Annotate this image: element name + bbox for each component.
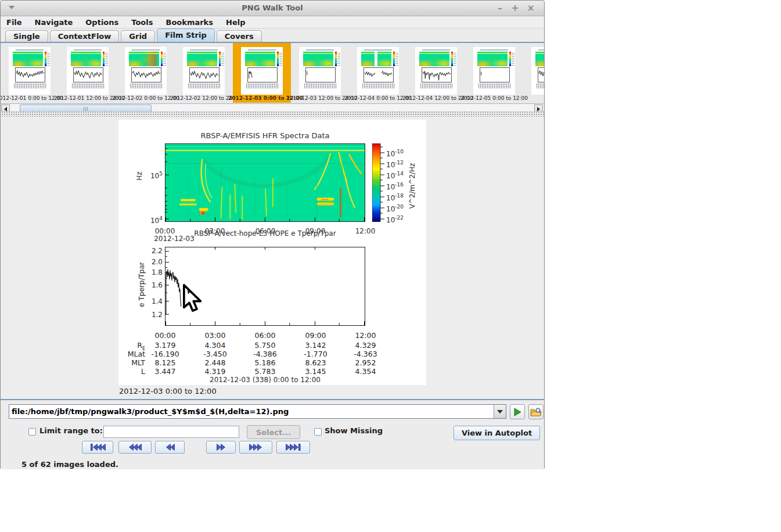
maximize-button[interactable]: +	[509, 2, 521, 14]
thumb-plot-title	[422, 49, 450, 51]
image-footer: 2012-12-03 (338) 0:00 to 12:00	[165, 376, 365, 384]
lineplot-trace	[166, 269, 181, 314]
skip-first-icon	[89, 444, 106, 451]
browse-button[interactable]	[528, 404, 544, 419]
chevron-down-icon	[497, 410, 503, 414]
previous-image-button[interactable]	[155, 441, 185, 454]
thumb-axis-labels	[188, 83, 221, 88]
thumb-lineplot	[363, 67, 394, 82]
table-row: MLat -16.190 -3.450 -4.386 -1.770 -4.363	[118, 350, 426, 358]
tab-bar: Single ContextFlow Grid Film Strip Cover…	[1, 28, 544, 42]
minimize-button[interactable]: –	[494, 2, 506, 14]
filmstrip-thumbnail[interactable]: 2012	[523, 43, 544, 103]
menu-bookmarks[interactable]: Bookmarks	[160, 18, 220, 27]
thumb-caption: 2012-12-02 0:00 to 12:00	[112, 95, 179, 101]
thumb-lineplot	[422, 67, 452, 82]
next-image-button[interactable]	[206, 441, 236, 454]
thumb-axis-labels	[130, 83, 163, 88]
last-image-button[interactable]	[276, 441, 310, 454]
thumb-axis-labels	[14, 83, 46, 88]
scrollbar-thumb[interactable]	[20, 105, 152, 112]
filmstrip-thumbnail[interactable]: 2012-12-02 12:00 to 24:00	[175, 43, 233, 103]
thumb-caption: 2012-12-05 0:00 to 12:00	[460, 95, 528, 101]
filmstrip-scrollbar[interactable]	[1, 103, 544, 112]
menu-file[interactable]: File	[1, 18, 29, 27]
thumb-axis-labels	[304, 83, 337, 88]
tab-grid[interactable]: Grid	[121, 30, 155, 42]
filmstrip-thumbnail[interactable]: 2012-12-02 0:00 to 12:00	[117, 43, 175, 103]
lineplot-ytick: 2.2	[139, 247, 163, 255]
viewer-panel: RBSP-A/EMFISIS HFR Spectra Data	[1, 117, 544, 399]
filmstrip-thumbnail[interactable]: 2012-12-04 0:00 to 12:00	[349, 43, 407, 103]
play-icon	[513, 408, 522, 416]
rewind-2-icon	[165, 444, 175, 451]
template-combobox[interactable]	[9, 404, 506, 419]
spectra-ytick: 104	[139, 215, 163, 225]
filmstrip-thumbnail[interactable]: 2012-12-01 0:00 to 12:00	[1, 43, 59, 103]
spectra-plot	[165, 143, 365, 222]
menu-help[interactable]: Help	[220, 18, 252, 27]
thumb-lineplot	[189, 67, 219, 82]
filmstrip-thumbnail[interactable]: 2012-12-03 12:00 to 24:00	[291, 43, 349, 103]
limit-range-checkbox[interactable]	[28, 428, 36, 436]
splitter-handle[interactable]	[1, 112, 544, 117]
filmstrip-thumbnail[interactable]: 2012-12-01 12:00 to 24:00	[59, 43, 117, 103]
show-missing-checkbox[interactable]	[314, 428, 322, 436]
menu-tools[interactable]: Tools	[125, 18, 160, 27]
thumb-lineplot	[305, 67, 336, 82]
image-caption: 2012-12-03 0:00 to 12:00	[119, 387, 217, 396]
table-times-row: 00:00 03:00 06:00 09:00 12:00	[118, 331, 426, 340]
thumb-caption: 2012-12-04 12:00 to 24:00	[402, 95, 470, 101]
lineplot-ytick: 2.0	[139, 258, 163, 266]
spectra-ytick: 105	[139, 171, 163, 180]
scroll-right-button[interactable]	[534, 105, 543, 112]
tab-single[interactable]: Single	[5, 30, 48, 42]
combobox-dropdown-button[interactable]	[494, 405, 506, 418]
app-window: PNG Walk Tool – + × File Navigate Option…	[0, 0, 545, 469]
limit-range-input[interactable]	[103, 426, 239, 438]
show-missing-label: Show Missing	[325, 426, 383, 435]
filmstrip-thumbnail-selected[interactable]: 2012-12-03 0:00 to 12:00	[233, 43, 291, 103]
thumb-plot-title	[248, 49, 276, 51]
jump-back-button[interactable]	[118, 441, 152, 454]
thumb-plot-title	[538, 49, 544, 51]
template-uri-input[interactable]	[9, 405, 494, 418]
window-title: PNG Walk Tool	[1, 3, 544, 12]
tab-contextflow[interactable]: ContextFlow	[50, 30, 120, 42]
filmstrip-thumbnail[interactable]: 2012-12-05 0:00 to 12:00	[465, 43, 523, 103]
thumb-spectra	[477, 52, 508, 66]
menu-options[interactable]: Options	[80, 18, 125, 27]
thumb-plot-title	[364, 49, 392, 51]
colorbar	[372, 143, 385, 222]
thumb-caption: 2012-12-04 0:00 to 12:00	[344, 95, 412, 101]
thumb-plot-title	[306, 49, 334, 51]
title-bar[interactable]: PNG Walk Tool – + ×	[1, 1, 544, 16]
thumb-caption: 2012	[519, 95, 544, 101]
close-button[interactable]: ×	[525, 2, 537, 14]
tab-film-strip[interactable]: Film Strip	[157, 28, 215, 42]
jump-forward-button[interactable]	[239, 441, 272, 454]
menu-navigate[interactable]: Navigate	[29, 18, 80, 27]
first-image-button[interactable]	[82, 441, 113, 454]
thumb-lineplot	[73, 67, 103, 82]
filmstrip-thumbnail[interactable]: 2012-12-04 12:00 to 24:00	[407, 43, 465, 103]
thumb-axis-labels	[72, 83, 105, 88]
thumb-caption: 2012-12-03 0:00 to 12:00	[228, 95, 296, 101]
go-button[interactable]	[510, 404, 525, 419]
table-row: L 3.447 4.319 5.783 3.145 4.354	[118, 367, 426, 376]
view-in-autoplot-button[interactable]: View in Autoplot	[454, 426, 540, 440]
thumb-spectra	[303, 52, 333, 66]
thumb-plot-title	[74, 49, 102, 51]
select-button[interactable]: Select...	[247, 425, 300, 439]
thumb-spectra	[419, 52, 449, 66]
menu-bar: File Navigate Options Tools Bookmarks He…	[1, 16, 544, 28]
thumb-caption: 2012-12-01 12:00 to 24:00	[54, 95, 121, 101]
thumb-axis-labels	[420, 83, 453, 88]
thumb-lineplot	[538, 67, 544, 82]
skip-last-icon	[285, 444, 302, 451]
limit-range-label: Limit range to:	[39, 426, 103, 435]
scroll-left-button[interactable]	[1, 105, 10, 112]
control-panel: Limit range to: Select... Show Missing V…	[1, 399, 544, 469]
spectra-plot-title: RBSP-A/EMFISIS HFR Spectra Data	[165, 131, 365, 140]
tab-covers[interactable]: Covers	[217, 30, 262, 42]
